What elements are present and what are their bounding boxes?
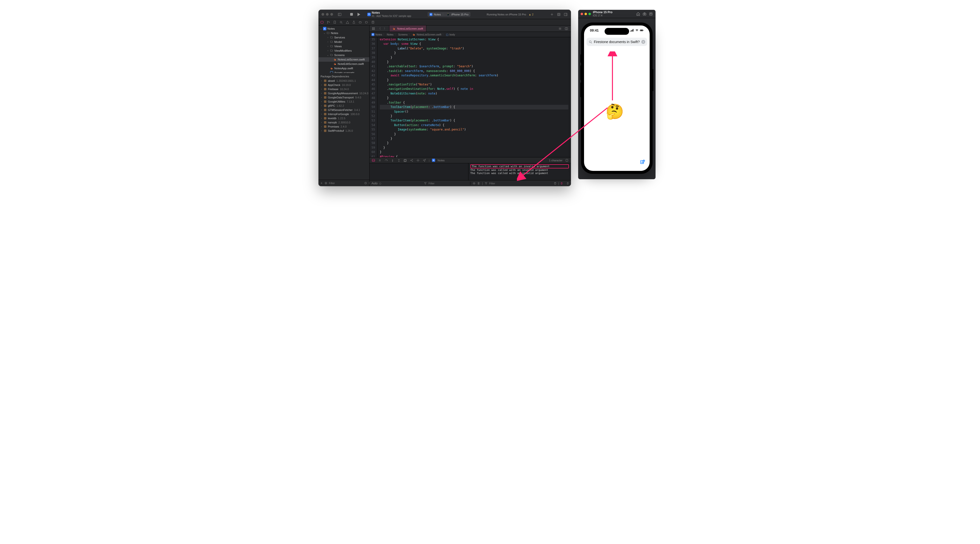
tree-row[interactable]: ›Services (318, 35, 369, 40)
package-row[interactable]: ›GoogleUtilities 7.13.1 (318, 100, 369, 104)
bookmark-navigator-icon[interactable] (333, 20, 337, 24)
jump-bar-seg[interactable]: Notes (375, 33, 382, 36)
package-row[interactable]: ›Firebase 10.24.0 (318, 87, 369, 91)
breakpoint-navigator-icon[interactable] (364, 20, 369, 24)
package-row[interactable]: ›nanopb 2.30910.0 (318, 121, 369, 125)
warning-badge[interactable]: ▲ 2 (528, 13, 533, 16)
project-tree[interactable]: ⌄Notes⌄Notes›Services›Model›Views›ViewMo… (318, 25, 369, 73)
minimize-dot[interactable] (326, 13, 329, 16)
stop-button[interactable] (349, 12, 353, 17)
iphone-screen[interactable]: 09:41 Firestone documents in Swift? ✕ (584, 25, 650, 171)
window-traffic-lights[interactable] (321, 13, 333, 16)
debug-target[interactable]: Notes (438, 159, 445, 162)
tree-row[interactable]: ⌄Screens (318, 53, 369, 57)
package-row[interactable]: ›abseil 1.2024011601.1 (318, 79, 369, 83)
tree-row[interactable]: Assets.xcassets (318, 70, 369, 73)
issue-navigator-icon[interactable] (345, 20, 350, 24)
upload-button[interactable] (649, 12, 653, 16)
close-dot[interactable] (321, 13, 324, 16)
jump-bar-seg[interactable]: NotesListScreen.swift (417, 33, 441, 36)
step-out-icon[interactable] (397, 158, 401, 162)
auto-scope[interactable]: Auto (371, 182, 378, 185)
tree-row[interactable]: ›Model (318, 40, 369, 44)
minimize-dot[interactable] (584, 13, 587, 15)
clear-search-icon[interactable]: ✕ (641, 40, 645, 44)
screenshot-button[interactable] (642, 12, 647, 16)
ios-search-field[interactable]: Firestone documents in Swift? ✕ (587, 38, 647, 46)
svg-rect-68 (632, 30, 633, 32)
jump-bar-seg[interactable]: Notes (387, 33, 393, 36)
eye-icon[interactable] (473, 182, 476, 185)
add-target-icon[interactable] (320, 181, 323, 185)
filter-scope-icon[interactable] (325, 181, 328, 185)
environment-override-icon[interactable] (416, 158, 420, 162)
toggle-inspector-icon[interactable] (563, 12, 568, 17)
tree-row[interactable]: NotesApp.swift (318, 66, 369, 70)
zoom-dot[interactable] (330, 13, 333, 16)
svg-point-10 (329, 22, 329, 22)
vars-filter-input[interactable] (428, 182, 468, 185)
nav-back-icon[interactable]: 〈 (377, 27, 381, 30)
tree-row-selected[interactable]: NotesListScreen.swift (318, 57, 369, 62)
tree-row[interactable]: ⌄Notes (318, 31, 369, 35)
memory-graph-icon[interactable] (410, 158, 414, 162)
toggle-debug-area-icon[interactable] (371, 158, 375, 162)
sim-traffic-lights[interactable] (581, 13, 591, 15)
split-editor-icon[interactable] (565, 27, 568, 30)
console-filter-input[interactable] (489, 182, 552, 185)
jump-bar-seg[interactable]: Screens (398, 33, 408, 36)
package-row[interactable]: ›Promises 2.4.0 (318, 125, 369, 129)
variables-view[interactable] (369, 163, 468, 180)
source-control-navigator-icon[interactable] (326, 20, 330, 24)
jump-bar[interactable]: Notes〉 Notes〉 Screens〉 NotesListScreen.s… (369, 32, 571, 37)
library-button[interactable] (557, 12, 561, 17)
jump-bar-seg[interactable]: body (449, 33, 455, 36)
report-navigator-icon[interactable] (371, 20, 375, 24)
package-row[interactable]: ›gRPC 1.62.2 (318, 104, 369, 108)
package-row[interactable]: ›AppCheck 10.19.0 (318, 83, 369, 87)
test-navigator-icon[interactable] (352, 20, 356, 24)
metadata-icon[interactable] (477, 182, 481, 185)
filter-icon[interactable] (424, 182, 427, 185)
console-view[interactable]: The function was called with an invalid … (468, 163, 571, 180)
show-console-icon[interactable] (565, 182, 569, 185)
view-debug-icon[interactable] (403, 158, 407, 162)
filter-recent-icon[interactable] (364, 181, 367, 185)
code-editor[interactable]: 3536373839404142434445464748495051525354… (369, 37, 571, 157)
package-row[interactable]: ›leveldb 1.22.5 (318, 116, 369, 121)
package-row[interactable]: ›InteropForGoogle 100.0.0 (318, 112, 369, 116)
debug-navigator-icon[interactable] (358, 20, 362, 24)
editor-tab[interactable]: NotesListScreen.swift (389, 25, 426, 32)
minimap-icon[interactable] (565, 158, 569, 162)
tree-row[interactable]: ›ViewModifiers (318, 48, 369, 53)
home-button[interactable] (636, 12, 640, 16)
run-button[interactable] (356, 12, 360, 17)
tree-row[interactable]: ›Views (318, 44, 369, 48)
package-row[interactable]: ›GTMSessionFetcher 3.4.1 (318, 108, 369, 112)
compose-button[interactable] (640, 159, 645, 165)
related-items-icon[interactable] (371, 27, 375, 30)
tree-row[interactable]: NoteEditScreen.swift (318, 62, 369, 66)
nav-forward-icon[interactable]: 〉 (383, 27, 387, 30)
package-row[interactable]: ›SwiftProtobuf 1.26.0 (318, 129, 369, 133)
add-button[interactable] (550, 12, 554, 17)
find-navigator-icon[interactable] (339, 20, 343, 24)
editor-options-icon[interactable] (558, 27, 562, 30)
close-dot[interactable] (581, 13, 583, 15)
package-row[interactable]: ›GoogleDataTransport 9.4.0 (318, 95, 369, 100)
trash-icon[interactable] (554, 182, 557, 185)
pause-continue-icon[interactable] (378, 158, 382, 162)
navigator-filter-input[interactable] (329, 182, 363, 185)
filter-icon[interactable] (484, 182, 488, 185)
location-icon[interactable] (422, 158, 426, 162)
target-chip[interactable]: Notes 〉 📱 iPhone 15 Pro (428, 12, 471, 17)
scheme-selector[interactable]: Notes #1 · Add "Notes for iOS" sample ap… (368, 11, 411, 17)
toggle-navigator-icon[interactable] (337, 12, 342, 17)
zoom-dot[interactable] (589, 13, 591, 15)
project-navigator-icon[interactable] (320, 20, 324, 24)
show-vars-icon[interactable] (560, 182, 564, 185)
tree-row[interactable]: ⌄Notes (318, 27, 369, 31)
step-into-icon[interactable] (391, 158, 395, 162)
package-row[interactable]: ›GoogleAppMeasurement 10.24.0 (318, 91, 369, 95)
step-over-icon[interactable] (384, 158, 388, 162)
